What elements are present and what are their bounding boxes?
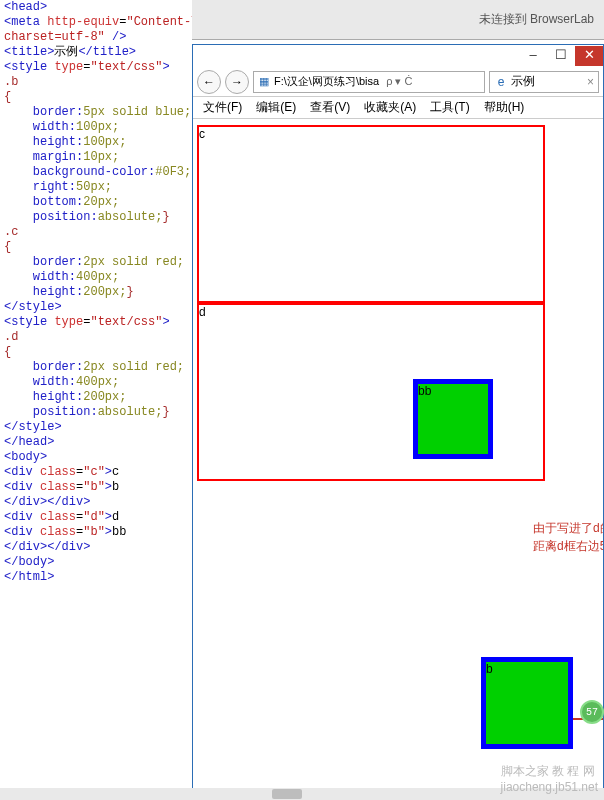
dreamweaver-topbar: 未连接到 BrowserLab — [192, 0, 604, 40]
menu-tools[interactable]: 工具(T) — [430, 99, 469, 116]
ie-window: – ☐ ✕ ← → ▦ F:\汉企\网页练习\bisa ρ ▾ Ċ e — [192, 44, 604, 800]
browser-tab[interactable]: e 示例 × — [489, 71, 599, 93]
tab-close-icon[interactable]: × — [587, 75, 594, 89]
page-icon: ▦ — [257, 75, 271, 89]
scroll-thumb[interactable] — [272, 789, 302, 799]
address-bar[interactable]: ▦ F:\汉企\网页练习\bisa ρ ▾ Ċ — [253, 71, 485, 93]
page-preview: c d bb 由于写进了d的分层里面，所以距离d框右边50像素，距离下框20像素 — [193, 119, 603, 799]
menu-favorites[interactable]: 收藏夹(A) — [364, 99, 416, 116]
minimize-button[interactable]: – — [519, 46, 547, 66]
box-b-label: b — [486, 662, 493, 676]
annotation-1: 由于写进了d的分层里面，所以距离d框右边50像素，距离下框20像素 — [533, 519, 603, 555]
maximize-button[interactable]: ☐ — [547, 46, 575, 66]
ie-icon: e — [494, 75, 508, 89]
badge-value: 57 — [586, 707, 598, 718]
browserlab-status: 未连接到 BrowserLab — [479, 11, 594, 28]
window-titlebar: – ☐ ✕ — [193, 45, 603, 67]
close-button[interactable]: ✕ — [575, 46, 603, 66]
box-bb: bb — [413, 379, 493, 459]
back-icon: ← — [203, 75, 215, 89]
forward-button[interactable]: → — [225, 70, 249, 94]
box-d-label: d — [199, 305, 206, 319]
box-bb-label: bb — [418, 384, 431, 398]
address-text: F:\汉企\网页练习\bisa — [274, 74, 379, 89]
floating-badge[interactable]: 57 — [580, 700, 604, 724]
forward-icon: → — [231, 75, 243, 89]
source-code-panel[interactable]: <head> <meta http-equiv="Content-Type" c… — [0, 0, 192, 800]
menu-view[interactable]: 查看(V) — [310, 99, 350, 116]
menu-file[interactable]: 文件(F) — [203, 99, 242, 116]
tab-title: 示例 — [511, 73, 535, 90]
back-button[interactable]: ← — [197, 70, 221, 94]
watermark: 脚本之家 教 程 网jiaocheng.jb51.net — [501, 763, 598, 794]
menu-bar: 文件(F) 编辑(E) 查看(V) 收藏夹(A) 工具(T) 帮助(H) — [193, 97, 603, 119]
nav-bar: ← → ▦ F:\汉企\网页练习\bisa ρ ▾ Ċ e 示例 × — [193, 67, 603, 97]
box-c-label: c — [199, 127, 205, 141]
menu-help[interactable]: 帮助(H) — [484, 99, 525, 116]
box-d: d bb — [197, 303, 545, 481]
box-c: c — [197, 125, 545, 303]
box-b: b — [481, 657, 573, 749]
right-pane: 未连接到 BrowserLab – ☐ ✕ ← → ▦ F:\汉企\网页练习\b… — [192, 0, 604, 800]
address-search-controls: ρ ▾ Ċ — [383, 75, 412, 88]
menu-edit[interactable]: 编辑(E) — [256, 99, 296, 116]
